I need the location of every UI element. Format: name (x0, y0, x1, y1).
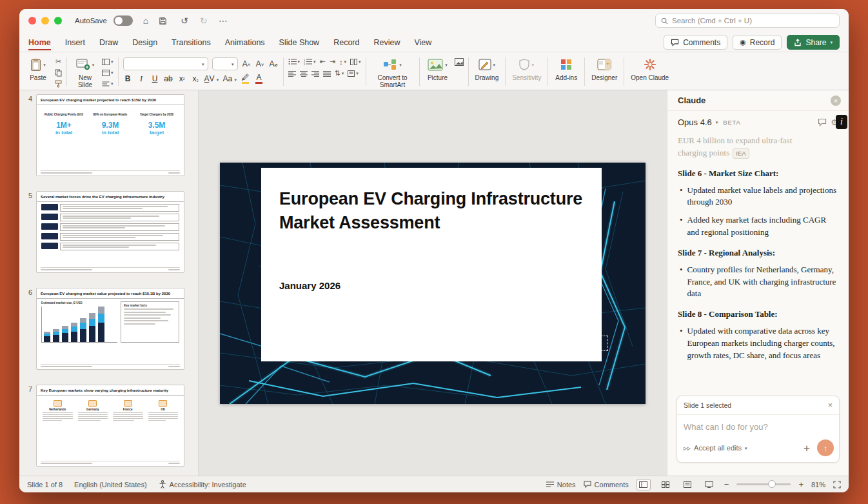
claude-prompt-input[interactable] (677, 415, 839, 436)
reading-view-button[interactable] (680, 479, 695, 490)
columns-icon[interactable]: ▾ (350, 57, 361, 66)
font-name-select[interactable]: ▾ (123, 57, 208, 70)
decrease-indent-icon[interactable]: ⇤ (320, 57, 326, 66)
align-right-icon[interactable] (311, 69, 319, 77)
numbered-list-icon[interactable]: 123▾ (304, 57, 316, 66)
reset-slide-icon[interactable]: ▾ (102, 68, 113, 77)
paste-button[interactable]: ▾ Paste (25, 55, 52, 83)
strikethrough-icon[interactable]: ab (164, 75, 173, 83)
font-color-icon[interactable]: A (254, 74, 264, 84)
designer-button[interactable]: Designer (589, 55, 619, 83)
picture-button[interactable]: ▾ Picture (424, 55, 451, 83)
notes-button[interactable]: Notes (546, 481, 576, 489)
accept-all-edits-button[interactable]: ▹▹ Accept all edits ▾ (684, 444, 747, 452)
normal-view-button[interactable] (636, 479, 651, 490)
search-input[interactable] (672, 17, 834, 25)
align-center-icon[interactable] (300, 69, 308, 77)
slide-counter[interactable]: Slide 1 of 8 (27, 481, 63, 489)
fullscreen-window-button[interactable] (54, 17, 62, 25)
share-button[interactable]: Share ▾ (787, 35, 840, 50)
tab-view[interactable]: View (414, 34, 431, 52)
model-name[interactable]: Opus 4.6 (678, 117, 712, 127)
align-left-icon[interactable] (288, 69, 296, 77)
drawing-button[interactable]: ▾ Drawing (473, 55, 501, 83)
new-slide-button[interactable]: ▾ New Slide (72, 55, 99, 90)
convert-to-smartart-button[interactable]: ▾ Convert to SmartArt (371, 55, 415, 90)
attach-plus-button[interactable]: + (804, 443, 810, 454)
bulleted-list-icon[interactable]: ▾ (288, 57, 301, 66)
format-painter-icon[interactable] (55, 79, 62, 88)
justify-icon[interactable] (323, 69, 331, 77)
text-direction-icon[interactable]: ⇅▾ (335, 69, 344, 77)
copy-icon[interactable] (55, 68, 62, 77)
tab-home[interactable]: Home (28, 34, 51, 52)
zoom-percent[interactable]: 81% (811, 481, 825, 489)
increase-font-icon[interactable]: A˄ (242, 60, 252, 68)
accessibility-status[interactable]: Accessibility: Investigate (159, 480, 246, 489)
current-slide[interactable]: European EV Charging Infrastructure Mark… (220, 163, 646, 404)
comments-toggle-button[interactable]: Comments (584, 481, 629, 489)
thumbnail-slide-4[interactable]: 4 European EV charging market projected … (23, 94, 193, 176)
zoom-slider-knob[interactable] (768, 480, 776, 488)
language-indicator[interactable]: English (United States) (74, 481, 147, 489)
claude-close-icon[interactable]: × (831, 96, 841, 106)
slide-sorter-view-button[interactable] (658, 479, 673, 490)
tab-insert[interactable]: Insert (65, 34, 85, 52)
send-button[interactable]: ↑ (817, 439, 834, 456)
thumbnail-slide-7[interactable]: 7 Key European markets show varying char… (23, 385, 193, 467)
subscript-icon[interactable]: x₂ (191, 75, 201, 83)
info-badge[interactable]: i (836, 115, 847, 129)
tab-draw[interactable]: Draw (99, 34, 118, 52)
close-window-button[interactable] (28, 17, 36, 25)
tab-slide-show[interactable]: Slide Show (279, 34, 320, 52)
zoom-slider[interactable] (736, 483, 791, 485)
photo-placeholder-icon[interactable] (455, 57, 464, 66)
tab-transitions[interactable]: Transitions (172, 34, 211, 52)
tab-animations[interactable]: Animations (225, 34, 265, 52)
slide-layout-icon[interactable]: ▾ (102, 57, 113, 66)
history-icon[interactable] (818, 118, 827, 126)
slide-subtitle-text[interactable]: January 2026 (279, 280, 340, 291)
tab-record[interactable]: Record (333, 34, 359, 52)
save-icon[interactable] (159, 17, 172, 25)
chip-close-icon[interactable]: × (828, 401, 833, 410)
slide-title-text[interactable]: European EV Charging Infrastructure Mark… (279, 187, 589, 235)
thumbnail-card[interactable]: European EV charging market projected to… (36, 94, 184, 176)
record-button[interactable]: ◉ Record (733, 35, 782, 50)
fit-slide-button[interactable] (833, 481, 841, 489)
tab-design[interactable]: Design (132, 34, 157, 52)
decrease-font-icon[interactable]: A˅ (255, 60, 265, 68)
autosave-toggle[interactable] (113, 15, 133, 26)
increase-indent-icon[interactable]: ⇥ (330, 57, 335, 66)
align-text-icon[interactable]: ▾ (348, 69, 359, 77)
undo-icon[interactable]: ↺ (178, 16, 191, 25)
sensitivity-button[interactable]: ▾ Sensitivity (510, 55, 543, 83)
zoom-out-button[interactable]: − (724, 479, 729, 489)
search-box[interactable] (655, 14, 840, 28)
font-size-select[interactable]: ▾ (212, 57, 238, 70)
tab-review[interactable]: Review (373, 34, 400, 52)
redo-icon[interactable]: ↻ (197, 16, 210, 25)
line-spacing-icon[interactable]: ↕▾ (339, 57, 346, 66)
comments-button[interactable]: Comments (664, 35, 727, 50)
thumbnail-slide-6[interactable]: 6 European EV charging market value proj… (23, 288, 193, 370)
home-icon[interactable]: ⌂ (139, 16, 152, 25)
title-text-box[interactable]: European EV Charging Infrastructure Mark… (261, 168, 602, 361)
slideshow-view-button[interactable] (702, 479, 716, 490)
bold-icon[interactable]: B (123, 75, 133, 83)
slide-number-placeholder[interactable] (598, 336, 608, 351)
clear-formatting-icon[interactable]: A⌀ (269, 60, 279, 68)
underline-icon[interactable]: U (150, 75, 160, 83)
highlight-color-icon[interactable]: 🖉 (241, 74, 250, 84)
iea-source-tag[interactable]: IEA (733, 148, 749, 159)
section-icon[interactable]: ▾ (102, 79, 113, 88)
character-spacing-icon[interactable]: A̲V ▾ (204, 75, 219, 83)
thumbnail-slide-5[interactable]: 5 Several market forces drive the EV cha… (23, 191, 193, 273)
thumbnail-card[interactable]: European EV charging market value projec… (36, 288, 184, 370)
addins-button[interactable]: Add-ins (553, 55, 580, 83)
cut-icon[interactable]: ✂ (55, 57, 62, 66)
thumbnail-card[interactable]: Several market forces drive the EV charg… (36, 191, 184, 273)
zoom-in-button[interactable]: + (798, 479, 804, 489)
thumbnail-card[interactable]: Key European markets show varying chargi… (36, 385, 184, 467)
more-commands-icon[interactable]: ⋯ (217, 16, 230, 25)
